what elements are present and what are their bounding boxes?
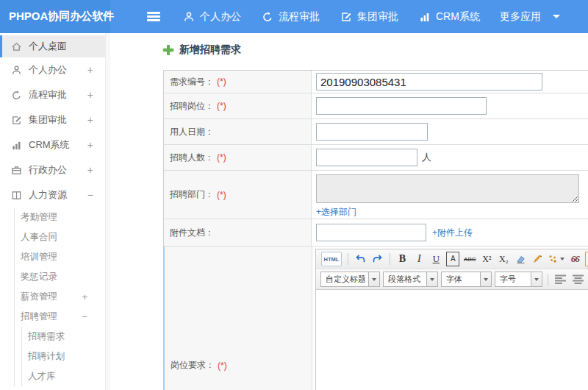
font-family-select[interactable]: 字体 (441, 272, 492, 287)
blockquote-button[interactable]: 66 (568, 252, 581, 266)
editor-content[interactable] (316, 289, 588, 390)
sidebar-item-attendance[interactable]: 考勤管理 (15, 208, 105, 227)
nav-personal-office[interactable]: 个人办公 (182, 10, 241, 24)
expand-toggle[interactable]: + (82, 291, 87, 302)
heading-select[interactable]: 自定义标题 (320, 272, 380, 287)
html-source-button[interactable]: HTML (321, 252, 343, 266)
sidebar-item-talent-pool[interactable]: 人才库 (22, 366, 105, 386)
field-label: 岗位要求： (*) (165, 247, 312, 390)
sidebar-scrollbar[interactable] (105, 33, 110, 390)
chevron-down-icon (531, 272, 542, 286)
select-department-link[interactable]: +选择部门 (316, 206, 356, 219)
form-row-headcount: 招聘人数： (*) 人 (163, 145, 588, 171)
sidebar-item-training[interactable]: 培训管理 (15, 247, 105, 267)
briefcase-icon (10, 164, 22, 176)
nav-group-approval[interactable]: 集团审批 (340, 10, 398, 24)
editor-toolbar-row1: HTML B I U A (316, 249, 588, 269)
required-mark: (*) (217, 77, 226, 87)
department-textarea[interactable] (316, 174, 579, 203)
nav-workflow-approval[interactable]: 流程审批 (261, 10, 320, 24)
chevron-down-icon (560, 258, 564, 260)
main-content: 新增招聘需求 需求编号： (*) 招聘岗位： (*) (110, 33, 588, 390)
sidebar-item-crm[interactable]: CRM系统 + (0, 132, 105, 157)
expand-toggle[interactable]: + (87, 164, 93, 176)
person-icon (10, 64, 22, 76)
position-input[interactable] (316, 97, 487, 115)
sidebar: 个人桌面 个人办公 + 流程审批 + 集团审批 + (0, 33, 110, 390)
hire-date-input[interactable] (316, 123, 428, 141)
sidebar-item-workflow-approval[interactable]: 流程审批 + (0, 82, 105, 107)
top-navigation: 个人办公 流程审批 集团审批 CRM系统 更多应用 (182, 10, 560, 24)
expand-toggle[interactable]: + (87, 139, 93, 151)
paint-format-icon[interactable] (548, 252, 564, 266)
menu-toggle-button[interactable] (147, 10, 160, 23)
form-row-job-requirements: 岗位要求： (*) HTML (163, 247, 588, 390)
subscript-button[interactable]: X₂ (497, 252, 510, 266)
form-row-position: 招聘岗位： (*) (163, 93, 588, 119)
field-label: 用人日期： (164, 119, 312, 144)
sidebar-item-rewards[interactable]: 奖惩记录 (15, 267, 105, 287)
nav-label: 流程审批 (279, 10, 320, 24)
upload-attachment-link[interactable]: +附件上传 (432, 227, 473, 239)
page-title: 新增招聘需求 (179, 43, 241, 57)
nav-label: 个人办公 (200, 10, 241, 24)
edit-icon (340, 10, 352, 23)
expand-toggle[interactable]: + (87, 64, 93, 76)
sidebar-item-hr-contract[interactable]: 人事合同 (15, 227, 105, 247)
clean-format-icon[interactable] (531, 252, 544, 266)
demand-number-input[interactable] (316, 73, 542, 91)
italic-button[interactable]: I (412, 252, 426, 266)
undo-icon[interactable] (354, 252, 367, 266)
required-mark: (*) (218, 361, 227, 371)
attachment-input[interactable] (316, 224, 426, 241)
paragraph-select[interactable]: 段落格式 (383, 272, 438, 287)
sidebar-item-hr[interactable]: 人力资源 − (0, 182, 105, 208)
process-icon (10, 89, 22, 101)
add-icon (163, 45, 173, 55)
eraser-icon[interactable] (514, 252, 527, 266)
editor-toolbar-row2: 自定义标题 段落格式 字体 (316, 269, 588, 289)
chevron-down-icon (480, 272, 491, 286)
redo-icon[interactable] (370, 252, 384, 266)
sidebar-item-recruit-demand[interactable]: 招聘需求 (22, 327, 105, 347)
field-label: 附件文档： (164, 219, 312, 246)
person-icon (182, 10, 195, 23)
edit-icon (10, 114, 22, 126)
sidebar-item-salary[interactable]: 薪资管理 + (15, 287, 105, 307)
home-icon (10, 40, 22, 52)
nav-label: CRM系统 (436, 10, 480, 24)
expand-toggle[interactable]: + (87, 89, 93, 101)
align-left-icon[interactable] (554, 274, 567, 284)
bar-chart-icon (10, 139, 22, 151)
field-label: 招聘人数： (*) (164, 145, 312, 170)
sidebar-item-admin-office[interactable]: 行政办公 + (0, 157, 105, 182)
hr-submenu: 考勤管理 人事合同 培训管理 奖惩记录 薪资管理 + 招聘管理 − 招聘需求 (14, 208, 105, 386)
bold-button[interactable]: B (395, 252, 409, 266)
strikethrough-button[interactable]: ABC (463, 252, 476, 266)
sidebar-item-recruitment[interactable]: 招聘管理 − (15, 307, 105, 327)
underline-button[interactable]: U (429, 252, 442, 266)
font-style-button[interactable]: A (446, 252, 459, 266)
paste-button[interactable]: T (585, 252, 588, 266)
form-row-hire-date: 用人日期： (163, 119, 588, 145)
collapse-toggle[interactable]: − (87, 189, 93, 201)
collapse-toggle[interactable]: − (82, 311, 87, 322)
nav-more-apps[interactable]: 更多应用 (500, 10, 560, 24)
font-size-select[interactable]: 字号 (495, 272, 542, 287)
sidebar-item-group-approval[interactable]: 集团审批 + (0, 107, 105, 132)
superscript-button[interactable]: X² (480, 252, 493, 266)
field-label: 需求编号： (*) (164, 71, 312, 93)
headcount-input[interactable] (316, 149, 417, 166)
sidebar-item-personal-office[interactable]: 个人办公 + (0, 57, 105, 82)
sidebar-item-personal-desktop[interactable]: 个人桌面 (0, 35, 105, 57)
chevron-down-icon (553, 15, 560, 18)
expand-toggle[interactable]: + (87, 114, 93, 126)
bar-chart-icon (418, 10, 431, 23)
align-center-icon[interactable] (572, 274, 585, 284)
sidebar-item-recruit-plan[interactable]: 招聘计划 (22, 347, 105, 366)
nav-crm[interactable]: CRM系统 (418, 10, 480, 24)
form-row-department: 招聘部门： (*) +选择部门 (163, 171, 588, 219)
chevron-down-icon (426, 272, 437, 286)
recruitment-submenu: 招聘需求 招聘计划 人才库 (21, 327, 105, 386)
unit-suffix: 人 (422, 151, 431, 164)
